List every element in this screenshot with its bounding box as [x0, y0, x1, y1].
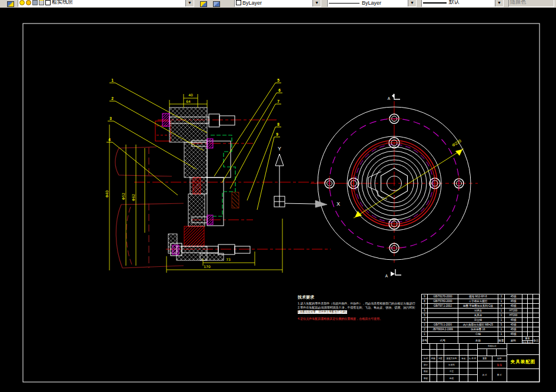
table-row: 1心轴145钢 — [422, 332, 539, 337]
dim-dia-3: Φ62 — [131, 194, 135, 202]
label-scale: 比例 — [492, 356, 507, 361]
balloon-1: 1 — [111, 78, 114, 82]
label-craft: 工艺 — [444, 368, 460, 374]
color-combo-dropdown-icon[interactable]: ▼ — [312, 0, 321, 6]
section-marker-bottom: A — [385, 269, 401, 278]
make-layer-current-icon — [200, 1, 207, 7]
label-change-doc: 更改文件号 — [444, 356, 460, 361]
title-block: 标记 处数 分区 更改文件号 签名 年.月.日 设计 标准化 校核 工艺 审核 — [421, 344, 540, 382]
title-block-middle-zone: 阶段标记 重量 比例 1:1 共 张 第 张 — [478, 344, 507, 381]
front-centerlines — [311, 101, 478, 266]
ucs-x-label: X — [337, 201, 340, 207]
lineweight-sample — [423, 2, 447, 4]
scale-value: 1:1 — [492, 361, 507, 368]
table-row: 4定位键145钢 — [422, 318, 539, 323]
label-audit: 审核 — [422, 375, 430, 381]
notes-line-3-highlighted: 3.装配前应对零、部件的主要配合尺寸进行复查。 — [298, 310, 347, 314]
title-block-name-zone: 夹具装配图 — [507, 344, 539, 381]
balloon-9: 9 — [276, 132, 278, 136]
section-marker-top: A — [388, 93, 400, 100]
notes-line-1: 1.进入装配的零件及部件（包括外购件、外协件），均必须具有检验部门的合格证方能进… — [298, 301, 415, 306]
cad-application-window: 粗实线层 ▼ ByLayer ▼ ByLayer ▼ 默认 ▼ 随颜色 — [0, 0, 556, 392]
object-properties-toolbar: 粗实线层 ▼ ByLayer ▼ ByLayer ▼ 默认 ▼ 随颜色 — [0, 0, 556, 8]
dim-dia-2: Φ52 — [121, 193, 125, 200]
label-sign: 签名 — [460, 356, 468, 361]
balloon-7: 7 — [277, 99, 279, 103]
plotstyle-combo-value: 随颜色 — [510, 0, 526, 6]
balloon-4: 4 — [108, 138, 111, 142]
table-row: 5夹具体1HT200 — [422, 313, 539, 318]
color-combo[interactable]: ByLayer ▼ — [234, 0, 321, 7]
ucs-icon: Y X — [274, 146, 340, 207]
label-design: 设计 — [422, 362, 430, 368]
layer-color-chip — [45, 0, 51, 5]
label-sheet-no: 第 张 — [492, 368, 507, 381]
table-row: 3GB/T70.1-2000内六角圆柱头螺钉 M8×25545钢 — [422, 323, 539, 327]
label-weight: 重量 — [478, 356, 492, 361]
dim-bolt-circle: Φ220 — [451, 139, 462, 148]
balloon-8: 8 — [277, 122, 279, 126]
balloon-numbers-left: 1 2 3 4 — [108, 78, 114, 142]
layer-on-bulb-icon — [19, 0, 25, 5]
label-zone: 分区 — [437, 356, 444, 361]
layer-properties-button[interactable] — [5, 0, 16, 8]
bom-table: 9GB/T6170-2000螺母 M12-6H·8345钢 8GB/T5783-… — [421, 294, 540, 344]
balloon-numbers-right: 5 6 7 8 9 — [276, 78, 281, 136]
plotstyle-combo: 随颜色 — [508, 0, 554, 7]
notes-block: 技术要求 1.进入装配的零件及部件（包括外购件、外协件），均必须具有检验部门的合… — [298, 294, 415, 321]
balloon-2: 2 — [111, 96, 114, 100]
label-date: 年.月.日 — [468, 356, 477, 361]
layer-previous-icon — [213, 1, 220, 7]
drawing-name: 夹具装配图 — [507, 355, 539, 368]
notes-line-2: 2.零件在装配前必须清理和清洗干净，不得有毛刺、飞边、氧化皮、锈蚀、切屑、油污和… — [298, 306, 415, 310]
layers-stack-icon — [7, 1, 14, 7]
layer-previous-button[interactable] — [211, 0, 222, 8]
layer-lock-icon — [32, 0, 38, 5]
balloon-leaders-right — [214, 83, 282, 210]
table-row: 6过渡盘1HT200 — [422, 309, 539, 313]
linetype-combo-value: ByLayer — [362, 0, 381, 6]
layer-combo-value: 粗实线层 — [52, 0, 73, 6]
label-total-sheets: 共 张 — [478, 368, 492, 381]
layer-combo-dropdown-icon[interactable]: ▼ — [185, 0, 194, 6]
linetype-sample — [329, 3, 359, 4]
dim-bottom-small: 73 — [226, 257, 231, 262]
layer-combo[interactable]: 粗实线层 ▼ — [18, 0, 194, 7]
layer-thaw-sun-icon — [26, 0, 31, 5]
dim-bottom-large: 170 — [204, 264, 211, 269]
front-view: Φ220 A A — [311, 93, 478, 278]
table-row: 2JB/T8004.2-1999快换垫圈 16145钢 — [422, 327, 539, 332]
dim-dia-1: Φ40 — [105, 190, 109, 198]
lineweight-combo[interactable]: 默认 ▼ — [421, 0, 504, 7]
linetype-combo[interactable]: ByLayer ▼ — [327, 0, 417, 7]
label-count: 处数 — [430, 356, 437, 361]
balloon-6: 6 — [278, 88, 281, 92]
lineweight-combo-dropdown-icon[interactable]: ▼ — [495, 0, 503, 6]
section-view: 40 64 73 170 Φ40 Φ52 Φ62 1 2 3 4 — [105, 78, 331, 273]
make-object-layer-current-button[interactable] — [198, 0, 209, 8]
title-block-signature-zone: 标记 处数 分区 更改文件号 签名 年.月.日 设计 标准化 校核 工艺 审核 — [422, 344, 478, 381]
table-row: 8GB/T5783-2000十字槽盘头螺钉145钢 — [422, 299, 539, 304]
table-row: 9GB/T6170-2000螺母 M12-6H·8345钢 — [422, 294, 539, 299]
current-color-chip — [236, 0, 241, 5]
label-standard: 标准化 — [444, 362, 460, 368]
section-label-bottom: A — [385, 274, 388, 278]
label-mark: 标记 — [422, 356, 430, 361]
balloon-5: 5 — [277, 78, 279, 82]
ucs-y-label: Y — [278, 146, 281, 152]
label-check: 校核 — [422, 368, 430, 374]
lineweight-combo-value: 默认 — [449, 0, 460, 6]
balloon-3: 3 — [109, 116, 112, 120]
linetype-combo-dropdown-icon[interactable]: ▼ — [408, 0, 416, 6]
color-combo-value: ByLayer — [242, 0, 262, 6]
bom-header-weight: 重量 — [522, 337, 532, 341]
table-row: 7GB/T97.1-2002垫圈 平垫圈加大系列-C级445钢 — [422, 304, 539, 309]
section-label-top: A — [388, 96, 391, 100]
label-stage: 阶段标记 — [478, 344, 507, 349]
layer-plot-icon — [39, 0, 44, 5]
label-approve: 批准 — [444, 375, 460, 381]
dim-top-small: 40 — [188, 93, 193, 97]
keyway-outline — [368, 172, 387, 199]
dim-top-wide: 64 — [186, 99, 191, 103]
notes-line-4-red: 4.定位元件装配后需检验其定位面的位置精度，合格后方可使用。 — [298, 317, 415, 321]
